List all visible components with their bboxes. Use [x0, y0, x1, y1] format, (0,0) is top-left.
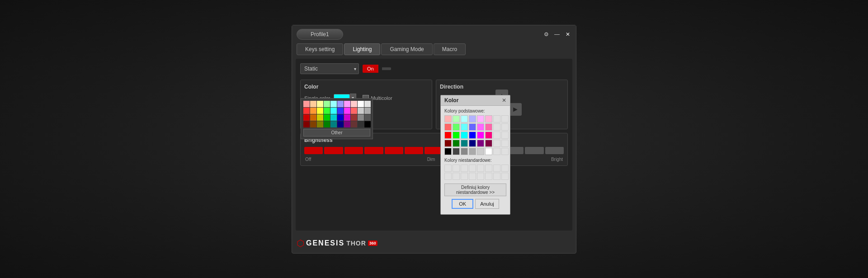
- bright-seg-3[interactable]: [344, 147, 363, 154]
- define-custom-colors-button[interactable]: Definiuj kolory niestandardowe >>: [444, 184, 506, 196]
- toggle-on-button[interactable]: On: [363, 65, 378, 73]
- kolor-cell[interactable]: [461, 123, 468, 131]
- kolor-custom-cell[interactable]: [501, 165, 509, 172]
- toggle-off-button[interactable]: [382, 67, 391, 70]
- bright-seg-4[interactable]: [364, 147, 383, 154]
- bright-seg-6[interactable]: [405, 147, 423, 154]
- color-cell[interactable]: [310, 121, 316, 127]
- color-cell[interactable]: [351, 108, 357, 114]
- color-cell[interactable]: [324, 101, 330, 107]
- mode-select[interactable]: Static Breathing Color Cycle Wave: [300, 63, 359, 74]
- profile-button[interactable]: Profile1: [297, 29, 343, 40]
- kolor-cell[interactable]: [485, 140, 492, 147]
- kolor-cell[interactable]: [485, 115, 492, 123]
- kolor-custom-cell[interactable]: [493, 165, 500, 172]
- close-button[interactable]: ✕: [564, 31, 571, 38]
- color-cell[interactable]: [324, 114, 330, 121]
- kolor-cell[interactable]: [469, 132, 476, 139]
- bright-seg-12[interactable]: [525, 147, 543, 154]
- kolor-cell[interactable]: [461, 132, 468, 139]
- kolor-cell[interactable]: [485, 123, 492, 131]
- color-cell[interactable]: [337, 101, 344, 107]
- kolor-custom-cell[interactable]: [453, 165, 460, 172]
- kolor-cell[interactable]: [444, 140, 452, 147]
- tab-keys-setting[interactable]: Keys setting: [297, 43, 343, 55]
- kolor-custom-cell[interactable]: [485, 173, 492, 180]
- kolor-cell[interactable]: [477, 140, 484, 147]
- color-cell[interactable]: [358, 108, 364, 114]
- kolor-cell[interactable]: [444, 123, 452, 131]
- color-cell[interactable]: [344, 108, 350, 114]
- color-cell[interactable]: [351, 121, 357, 127]
- kolor-custom-cell[interactable]: [493, 173, 500, 180]
- color-cell[interactable]: [317, 108, 323, 114]
- kolor-cell[interactable]: [469, 148, 476, 155]
- tab-lighting[interactable]: Lighting: [344, 43, 380, 55]
- kolor-cell[interactable]: [453, 132, 460, 139]
- color-cell[interactable]: [364, 101, 371, 107]
- kolor-custom-cell[interactable]: [485, 165, 492, 172]
- kolor-custom-cell[interactable]: [461, 173, 468, 180]
- kolor-custom-cell[interactable]: [444, 165, 452, 172]
- color-cell[interactable]: [310, 114, 316, 121]
- color-cell[interactable]: [337, 108, 344, 114]
- kolor-cell[interactable]: [461, 140, 468, 147]
- kolor-cell[interactable]: [453, 148, 460, 155]
- color-cell[interactable]: [330, 121, 337, 127]
- kolor-cell[interactable]: [444, 115, 452, 123]
- kolor-cell[interactable]: [453, 115, 460, 123]
- kolor-cell[interactable]: [453, 140, 460, 147]
- kolor-cell[interactable]: [453, 123, 460, 131]
- color-cell[interactable]: [324, 108, 330, 114]
- color-cell[interactable]: [358, 121, 364, 127]
- minimize-button[interactable]: —: [553, 31, 561, 38]
- kolor-cell[interactable]: [469, 123, 476, 131]
- color-cell[interactable]: [330, 101, 337, 107]
- tab-macro[interactable]: Macro: [434, 43, 466, 55]
- color-cell[interactable]: [337, 114, 344, 121]
- color-cell[interactable]: [364, 114, 371, 121]
- kolor-custom-cell[interactable]: [461, 165, 468, 172]
- other-color-button[interactable]: Other: [303, 129, 370, 137]
- color-cell[interactable]: [358, 101, 364, 107]
- kolor-custom-cell[interactable]: [477, 165, 484, 172]
- bright-seg-13[interactable]: [545, 147, 564, 154]
- color-cell[interactable]: [303, 121, 310, 127]
- color-cell[interactable]: [310, 108, 316, 114]
- color-cell[interactable]: [364, 108, 371, 114]
- kolor-cell[interactable]: [469, 115, 476, 123]
- bright-seg-2[interactable]: [324, 147, 343, 154]
- color-cell[interactable]: [303, 108, 310, 114]
- color-cell[interactable]: [310, 101, 316, 107]
- bright-seg-5[interactable]: [385, 147, 403, 154]
- kolor-cell[interactable]: [477, 115, 484, 123]
- color-cell[interactable]: [303, 114, 310, 121]
- color-cell[interactable]: [351, 101, 357, 107]
- color-cell[interactable]: [344, 121, 350, 127]
- kolor-close-button[interactable]: ✕: [502, 97, 506, 104]
- color-cell[interactable]: [344, 101, 350, 107]
- kolor-cell[interactable]: [477, 123, 484, 131]
- kolor-custom-cell[interactable]: [453, 173, 460, 180]
- color-cell[interactable]: [303, 101, 310, 107]
- kolor-cell[interactable]: [477, 132, 484, 139]
- color-cell[interactable]: [324, 121, 330, 127]
- color-cell[interactable]: [364, 121, 371, 127]
- kolor-custom-cell[interactable]: [469, 165, 476, 172]
- kolor-custom-cell[interactable]: [469, 173, 476, 180]
- kolor-cancel-button[interactable]: Anuluj: [475, 199, 499, 209]
- color-cell[interactable]: [351, 114, 357, 121]
- color-cell[interactable]: [317, 101, 323, 107]
- kolor-custom-cell[interactable]: [501, 173, 509, 180]
- color-cell[interactable]: [330, 114, 337, 121]
- color-cell[interactable]: [330, 108, 337, 114]
- kolor-cell[interactable]: [461, 115, 468, 123]
- kolor-cell[interactable]: [485, 132, 492, 139]
- kolor-cell[interactable]: [444, 148, 452, 155]
- color-cell[interactable]: [317, 114, 323, 121]
- bright-seg-1[interactable]: [304, 147, 323, 154]
- kolor-ok-button[interactable]: OK: [452, 199, 473, 209]
- kolor-custom-cell[interactable]: [444, 173, 452, 180]
- kolor-cell[interactable]: [485, 148, 492, 155]
- kolor-cell[interactable]: [444, 132, 452, 139]
